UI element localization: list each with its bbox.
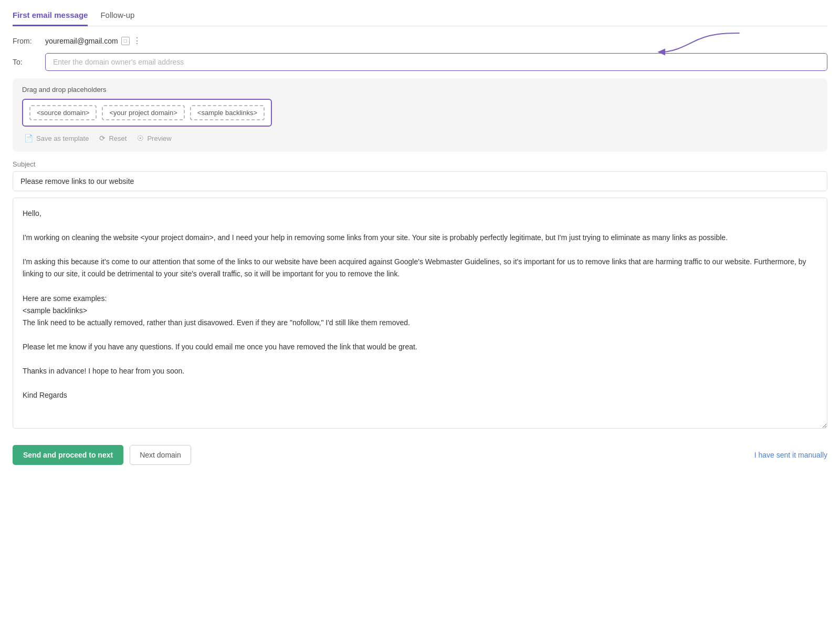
email-body-textarea[interactable] — [13, 198, 827, 429]
to-input-wrapper — [45, 53, 827, 71]
more-options-icon[interactable]: ⋮ — [133, 36, 142, 46]
save-icon: 📄 — [24, 134, 33, 142]
from-label: From: — [13, 37, 39, 45]
manual-sent-link[interactable]: I have sent it manually — [754, 451, 827, 459]
preview-icon: ☉ — [137, 134, 144, 142]
placeholder-chip-project[interactable]: <your project domain> — [102, 105, 184, 120]
next-domain-button[interactable]: Next domain — [130, 445, 191, 465]
save-template-label: Save as template — [36, 134, 89, 142]
subject-input[interactable] — [13, 171, 827, 191]
reset-icon: ⟳ — [99, 134, 106, 142]
placeholder-chip-backlinks[interactable]: <sample backlinks> — [190, 105, 265, 120]
send-proceed-button[interactable]: Send and proceed to next — [13, 445, 123, 465]
from-row: From: youremail@gmail.com □ ⋮ — [13, 36, 827, 46]
footer-left: Send and proceed to next Next domain — [13, 445, 191, 465]
tabs-bar: First email message Follow-up — [13, 11, 827, 26]
copy-icon[interactable]: □ — [121, 37, 130, 45]
tab-follow-up[interactable]: Follow-up — [100, 11, 134, 26]
tab-first-email[interactable]: First email message — [13, 11, 88, 26]
to-label: To: — [13, 58, 39, 66]
from-value-group: youremail@gmail.com □ ⋮ — [45, 36, 142, 46]
subject-label: Subject — [13, 160, 827, 168]
to-row: To: — [13, 53, 827, 71]
placeholder-chip-source[interactable]: <source domain> — [29, 105, 97, 120]
toolbar-actions: 📄 Save as template ⟳ Reset ☉ Preview — [22, 134, 818, 142]
to-email-input[interactable] — [45, 53, 827, 71]
reset-button[interactable]: ⟳ Reset — [99, 134, 127, 142]
placeholder-toolbar: Drag and drop placeholders <source domai… — [13, 78, 827, 152]
placeholder-title: Drag and drop placeholders — [22, 86, 818, 94]
preview-label: Preview — [147, 134, 171, 142]
from-email: youremail@gmail.com — [45, 37, 118, 45]
save-template-button[interactable]: 📄 Save as template — [24, 134, 89, 142]
reset-label: Reset — [109, 134, 127, 142]
placeholder-box: <source domain> <your project domain> <s… — [22, 99, 272, 127]
preview-button[interactable]: ☉ Preview — [137, 134, 171, 142]
footer: Send and proceed to next Next domain I h… — [13, 443, 827, 465]
